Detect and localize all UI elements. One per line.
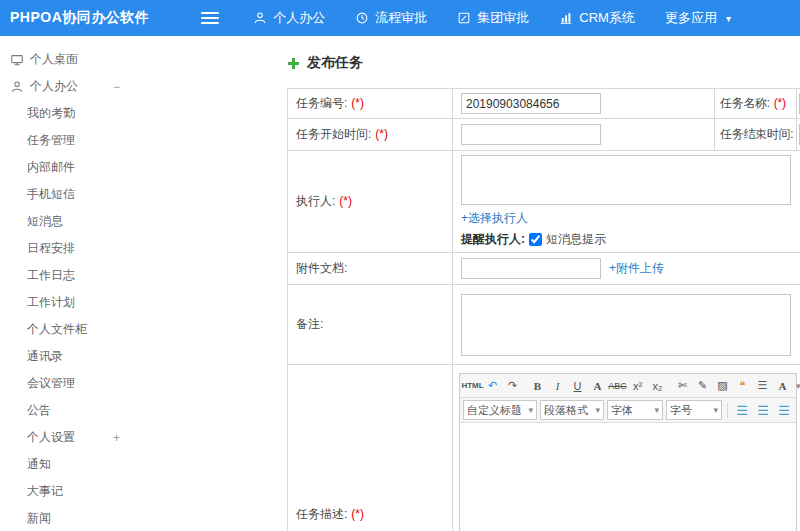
label-text: 任务开始时间:	[296, 127, 371, 141]
editor-content-area[interactable]	[460, 423, 796, 531]
sidebar-item-sms[interactable]: 手机短信	[0, 181, 132, 208]
attachment-upload-link[interactable]: +附件上传	[609, 260, 664, 277]
cut-button[interactable]: ✄	[673, 376, 692, 395]
attachment-input[interactable]	[461, 258, 601, 279]
select-executor-link[interactable]: +选择执行人	[461, 211, 528, 225]
align-right-button[interactable]: ☰	[775, 401, 793, 420]
field-label: 任务编号:(*)	[288, 89, 453, 119]
sms-remind-label: 短消息提示	[546, 231, 606, 248]
sidebar-item-schedule[interactable]: 日程安排	[0, 235, 132, 262]
sidebar-item-internal-mail[interactable]: 内部邮件	[0, 154, 132, 181]
sidebar-item-task-management[interactable]: 任务管理	[0, 127, 132, 154]
sidebar-item-news[interactable]: 新闻	[0, 505, 132, 531]
sidebar-item-label: 工作计划	[27, 294, 75, 311]
html-source-button[interactable]: HTML	[463, 376, 482, 395]
field-cell: HTML ↶ ↷ B I U A ABC x² x₂	[453, 365, 800, 531]
person-icon	[253, 11, 267, 25]
required-mark: (*)	[351, 96, 364, 110]
heading-select[interactable]: 自定义标题▾	[463, 400, 537, 420]
nav-process-approval[interactable]: 流程审批	[355, 9, 427, 27]
required-mark: (*)	[351, 507, 364, 521]
field-cell	[797, 89, 800, 119]
top-nav: 个人办公 流程审批 集团审批 CRM系统 更多应用 ▾	[253, 9, 731, 27]
underline-button[interactable]: U	[568, 376, 587, 395]
superscript-button[interactable]: x²	[628, 376, 647, 395]
topbar: PHPOA协同办公软件 个人办公 流程审批 集团审批 CRM系统	[0, 0, 800, 36]
toolbar-separator	[727, 403, 728, 418]
label-text: 执行人:	[296, 194, 335, 208]
select-label: 自定义标题	[467, 403, 522, 418]
text-color-button[interactable]: A	[773, 376, 792, 395]
remark-textarea[interactable]	[461, 294, 791, 356]
select-label: 字体	[611, 403, 633, 418]
sidebar-group-personal-settings[interactable]: 个人设置 +	[0, 424, 132, 451]
start-time-input[interactable]	[461, 124, 601, 145]
sidebar-group-personal-office[interactable]: 个人办公 −	[0, 73, 132, 100]
sidebar-item-work-log[interactable]: 工作日志	[0, 262, 132, 289]
sidebar-item-label: 工作日志	[27, 267, 75, 284]
nav-crm-system[interactable]: CRM系统	[559, 9, 635, 27]
sidebar-item-milestones[interactable]: 大事记	[0, 478, 132, 505]
font-button[interactable]: A	[588, 376, 607, 395]
field-cell: +选择执行人 提醒执行人: 短消息提示	[453, 151, 800, 253]
sidebar-item-announcement[interactable]: 公告	[0, 397, 132, 424]
font-family-select[interactable]: 字体▾	[607, 400, 663, 420]
field-label: 任务开始时间:(*)	[288, 119, 453, 151]
remind-label: 提醒执行人:	[461, 231, 525, 248]
align-center-button[interactable]: ☰	[754, 401, 772, 420]
nav-more-apps[interactable]: 更多应用 ▾	[665, 9, 731, 27]
editor-toolbar-row1: HTML ↶ ↷ B I U A ABC x² x₂	[460, 374, 796, 398]
sidebar-item-work-plan[interactable]: 工作计划	[0, 289, 132, 316]
label-text: 任务名称:	[720, 96, 770, 110]
fill-color-button[interactable]: ▨	[713, 376, 732, 395]
label-text: 任务描述:	[296, 507, 347, 521]
sidebar-item-notification[interactable]: 通知	[0, 451, 132, 478]
sidebar: 个人桌面 个人办公 − 我的考勤 任务管理 内部邮件 手机短信 短消息 日程安排…	[0, 36, 132, 531]
task-number-input[interactable]	[461, 93, 601, 114]
nav-label: 流程审批	[375, 9, 427, 27]
blockquote-button[interactable]: ❝	[733, 376, 752, 395]
redo-button[interactable]: ↷	[503, 376, 522, 395]
caret-down-icon: ▾	[726, 13, 731, 24]
align-left-button[interactable]: ☰	[733, 401, 751, 420]
sidebar-item-label: 大事记	[27, 483, 63, 500]
field-label: 任务结束时间:(*)	[715, 119, 797, 151]
label-text: 备注:	[296, 317, 323, 331]
sms-remind-checkbox[interactable]	[529, 233, 542, 246]
page-title-row: 发布任务	[287, 54, 800, 72]
caret-down-icon: ▾	[796, 381, 800, 391]
italic-button[interactable]: I	[548, 376, 567, 395]
nav-label: 集团审批	[477, 9, 529, 27]
sidebar-item-desktop[interactable]: 个人桌面	[0, 46, 132, 73]
field-cell	[453, 285, 800, 365]
subscript-button[interactable]: x₂	[648, 376, 667, 395]
sidebar-item-label: 任务管理	[27, 132, 75, 149]
label-text: 任务结束时间:	[720, 127, 793, 141]
rich-text-editor: HTML ↶ ↷ B I U A ABC x² x₂	[459, 373, 797, 531]
undo-button[interactable]: ↶	[483, 376, 502, 395]
expand-icon[interactable]: +	[113, 431, 120, 445]
field-cell: +附件上传	[453, 253, 800, 285]
format-brush-button[interactable]: ✎	[693, 376, 712, 395]
bold-button[interactable]: B	[528, 376, 547, 395]
sidebar-item-meeting[interactable]: 会议管理	[0, 370, 132, 397]
editor-toolbar-row2: 自定义标题▾ 段落格式▾ 字体▾ 字号▾ ☰ ☰ ☰	[460, 398, 796, 423]
sidebar-item-label: 个人文件柜	[27, 321, 87, 338]
nav-group-approval[interactable]: 集团审批	[457, 9, 529, 27]
paragraph-button[interactable]: ☰	[753, 376, 772, 395]
description-row: 任务描述:(*) HTML ↶ ↷ B I U A	[288, 365, 800, 531]
sidebar-group-label: 个人设置	[27, 429, 75, 446]
strikethrough-button[interactable]: ABC	[608, 376, 627, 395]
sidebar-item-file-cabinet[interactable]: 个人文件柜	[0, 316, 132, 343]
collapse-icon[interactable]: −	[113, 80, 120, 94]
caret-down-icon: ▾	[654, 405, 659, 415]
sidebar-item-attendance[interactable]: 我的考勤	[0, 100, 132, 127]
font-size-select[interactable]: 字号▾	[666, 400, 722, 420]
remind-executor-row: 提醒执行人: 短消息提示	[461, 231, 794, 248]
paragraph-format-select[interactable]: 段落格式▾	[540, 400, 604, 420]
sidebar-item-contacts[interactable]: 通讯录	[0, 343, 132, 370]
sidebar-item-short-message[interactable]: 短消息	[0, 208, 132, 235]
menu-toggle-icon[interactable]	[201, 12, 219, 24]
executor-textarea[interactable]	[461, 155, 791, 205]
nav-personal-office[interactable]: 个人办公	[253, 9, 325, 27]
